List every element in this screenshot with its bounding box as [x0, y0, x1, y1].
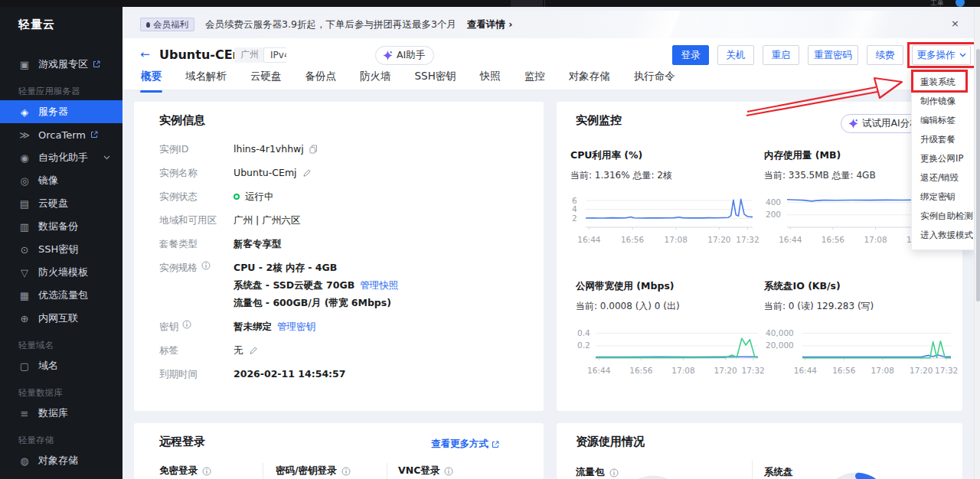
sidebar-item-domain[interactable]: ▢域名	[0, 354, 122, 377]
inline-link[interactable]: 管理密钥	[277, 320, 315, 333]
x-tick-label: 16:44	[577, 235, 600, 244]
instance-monitor-title: 实例监控	[576, 113, 622, 128]
login-method-1[interactable]: 免密登录	[159, 464, 211, 477]
scrollbar-track[interactable]	[974, 7, 980, 479]
sidebar-item-label: 游戏服专区	[38, 57, 88, 71]
menu-item-bind-key[interactable]: 绑定密钥	[912, 187, 974, 207]
chart-plot: 20,00040,000	[764, 320, 952, 364]
banner-close-icon[interactable]: ×	[951, 18, 959, 29]
product-title: 轻量云	[18, 18, 55, 32]
topbar-divider	[544, 0, 545, 7]
reset-password-button[interactable]: 重置密码	[808, 45, 858, 65]
remote-login-title: 远程登录	[159, 435, 205, 449]
automation-icon: ◉	[18, 152, 31, 164]
x-tick-label: 16:56	[621, 235, 644, 244]
menu-item-reinstall-system[interactable]: 重装系统	[912, 73, 974, 92]
lighthouse-console-screen: 工单 轻量云 ▣游戏服专区轻量应用服务器◈服务器≫OrcaTerm◉自动化助手◎…	[0, 0, 980, 479]
login-method-label: VNC登录	[398, 464, 439, 477]
chart-title: 公网带宽使用 (Mbps)	[576, 280, 760, 293]
info-value-text: lhins-4r1vhhwj	[234, 142, 304, 155]
sidebar-item-database[interactable]: ≡数据库	[0, 402, 122, 425]
remote-login-card: 远程登录 查看更多方式 免密登录密码/密钥登录VNC登录	[134, 423, 544, 479]
more-actions-button[interactable]: 更多操作	[912, 45, 971, 65]
more-login-methods-label: 查看更多方式	[431, 438, 488, 451]
resource-usage-card: 资源使用情况 流量包系统盘	[557, 423, 962, 479]
sidebar-item-label: 对象存储	[38, 454, 78, 468]
login-method-label: 密码/密钥登录	[276, 464, 337, 477]
login-button[interactable]: 登录	[672, 45, 709, 65]
info-icon[interactable]	[201, 261, 211, 270]
tab-备份点[interactable]: 备份点	[305, 68, 338, 90]
sidebar-item-label: 防火墙模板	[38, 266, 88, 279]
sidebar-item-object-storage[interactable]: ◍对象存储	[0, 449, 122, 472]
sidebar-item-traffic-package[interactable]: ▦优选流量包	[0, 284, 122, 307]
back-arrow-icon[interactable]: ←	[140, 47, 150, 61]
tab-对象存储[interactable]: 对象存储	[568, 68, 611, 90]
browser-topbar: 工单	[0, 0, 980, 7]
cpu-usage-chart: CPU利用率 (%)当前: 1.316% 总量: 2核24616:4416:56…	[570, 149, 754, 246]
menu-item-rescue-mode[interactable]: 进入救援模式	[912, 226, 974, 245]
chart-current-value: 当前: 0.0008 (入) 0 (出)	[576, 300, 760, 313]
tab-执行命令[interactable]: 执行命令	[633, 68, 676, 90]
sidebar-item-server[interactable]: ◈服务器	[0, 100, 122, 123]
info-icon[interactable]	[444, 467, 453, 476]
x-tick-label: 17:32	[736, 235, 759, 244]
info-row-label: 实例规格	[159, 261, 234, 309]
sidebar-item-cloud-disk[interactable]: ▤云硬盘	[0, 192, 122, 215]
sidebar-item-images[interactable]: ◎镜像	[0, 169, 122, 192]
svg-text:20,000: 20,000	[766, 341, 794, 350]
edit-icon[interactable]	[302, 168, 312, 178]
info-icon[interactable]	[609, 468, 619, 477]
ai-assistant-button[interactable]: AI助手	[375, 46, 434, 65]
inline-link[interactable]: 管理快照	[360, 279, 398, 292]
restart-button[interactable]: 重启	[763, 45, 799, 65]
renew-button[interactable]: 续费	[867, 45, 903, 65]
info-value-text: 广州 | 广州六区	[234, 213, 300, 226]
tab-云硬盘[interactable]: 云硬盘	[250, 68, 283, 90]
tab-监控[interactable]: 监控	[524, 68, 546, 90]
sidebar-item-firewall-template[interactable]: ▽防火墙模板	[0, 261, 122, 284]
sidebar-item-orcaterm[interactable]: ≫OrcaTerm	[0, 123, 122, 146]
x-tick-label: 17:32	[741, 366, 764, 375]
menu-item-upgrade-plan[interactable]: 升级套餐	[912, 130, 974, 149]
x-tick-label: 16:44	[587, 366, 610, 375]
copy-icon[interactable]	[309, 145, 318, 154]
sidebar-item-ssh-key[interactable]: ⊙SSH密钥	[0, 238, 122, 261]
info-row: 实例状态运行中	[159, 190, 528, 203]
tab-防火墙[interactable]: 防火墙	[359, 68, 392, 90]
info-value-line: 无	[234, 344, 258, 357]
tab-域名解析[interactable]: 域名解析	[185, 68, 227, 90]
x-tick-label: 17:08	[671, 366, 694, 375]
info-row-value: CPU - 2核 内存 - 4GB系统盘 - SSD云硬盘 70GB管理快照流量…	[234, 261, 398, 309]
more-login-methods-link[interactable]: 查看更多方式	[431, 438, 499, 451]
menu-item-refund-destroy[interactable]: 退还/销毁	[912, 168, 974, 187]
tab-快照[interactable]: 快照	[479, 68, 501, 90]
scrollbar-thumb[interactable]	[976, 49, 980, 301]
key-icon: ⊙	[18, 244, 31, 256]
info-icon[interactable]	[182, 320, 191, 329]
tab-SSH密钥[interactable]: SSH密钥	[414, 68, 457, 90]
sidebar-item-data-backup[interactable]: ▥数据备份	[0, 215, 122, 238]
info-icon[interactable]	[341, 467, 351, 476]
sidebar-item-game-zone[interactable]: ▣游戏服专区	[0, 53, 122, 76]
menu-item-create-image[interactable]: 制作镜像	[912, 92, 974, 111]
shutdown-button[interactable]: 关机	[717, 45, 754, 65]
menu-item-change-public-ip[interactable]: 更换公网IP	[912, 149, 974, 168]
menu-item-self-diagnosis[interactable]: 实例自助检测	[912, 207, 974, 226]
series-read	[802, 355, 951, 357]
topbar-tab	[511, 0, 543, 7]
info-icon[interactable]	[202, 467, 211, 476]
login-method-2[interactable]: 密码/密钥登录	[276, 464, 351, 477]
promo-detail-link[interactable]: 查看详情 ›	[467, 18, 513, 31]
promo-banner: 会员福利 会员续费云服务器3.9折起，下单后参与拼团再送最多3个月 查看详情 ›…	[122, 11, 974, 38]
sidebar-item-automation[interactable]: ◉自动化助手	[0, 146, 122, 169]
user-avatar[interactable]	[956, 0, 965, 7]
login-method-label: 免密登录	[159, 464, 198, 477]
sidebar-item-intranet[interactable]: ⊕内网互联	[0, 307, 122, 330]
login-method-3[interactable]: VNC登录	[398, 464, 453, 477]
tab-概要[interactable]: 概要	[140, 68, 162, 90]
menu-item-edit-tags[interactable]: 编辑标签	[912, 111, 974, 130]
shield-icon: ▽	[18, 267, 31, 279]
edit-icon[interactable]	[249, 346, 258, 355]
resource-item-2: 系统盘	[764, 466, 793, 479]
